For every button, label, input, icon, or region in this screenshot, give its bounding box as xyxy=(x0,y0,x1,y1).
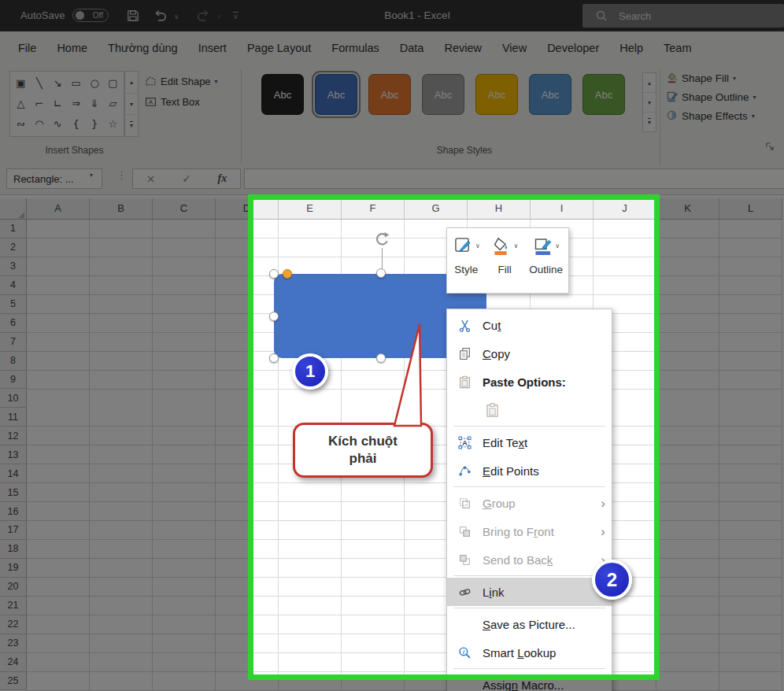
gallery-more-icon[interactable]: ▾ xyxy=(643,113,656,131)
formula-input[interactable] xyxy=(244,168,784,189)
menu-item-cut[interactable]: Cut xyxy=(447,311,612,339)
shape-glyph[interactable]: ⇓ xyxy=(87,97,103,111)
gallery-more-icon[interactable]: ▾ xyxy=(125,115,138,136)
rotate-handle-icon[interactable] xyxy=(373,231,391,249)
row-header-13[interactable]: 13 xyxy=(0,445,27,464)
row-header-23[interactable]: 23 xyxy=(0,634,27,653)
scroll-down-icon[interactable]: ▾ xyxy=(643,93,656,113)
undo-icon[interactable] xyxy=(153,9,168,23)
insert-function-icon[interactable]: fx xyxy=(217,172,227,185)
shape-glyph[interactable]: ⇒ xyxy=(68,97,84,111)
shape-glyph[interactable]: ⌐ xyxy=(31,97,47,111)
shape-style-tile-7[interactable]: Abc xyxy=(582,74,625,115)
search-input[interactable] xyxy=(617,7,775,24)
tab-th-ng-d-ng[interactable]: Thường dùng xyxy=(98,31,188,65)
row-header-7[interactable]: 7 xyxy=(0,333,27,352)
shape-style-tile-4[interactable]: Abc xyxy=(422,74,464,115)
shape-glyph[interactable]: △ xyxy=(13,97,29,111)
fill-button[interactable]: ∨Fill xyxy=(491,235,519,293)
column-header-i[interactable]: I xyxy=(531,198,594,219)
column-header-l[interactable]: L xyxy=(719,198,782,219)
menu-item-edit-text[interactable]: AEdit Text xyxy=(447,428,612,456)
tab-home[interactable]: Home xyxy=(46,31,98,65)
shape-outline-button[interactable]: Shape Outline▾ xyxy=(666,88,756,106)
column-header-g[interactable]: G xyxy=(405,198,468,219)
row-header-22[interactable]: 22 xyxy=(0,615,27,634)
row-header-6[interactable]: 6 xyxy=(0,314,27,333)
shape-glyph[interactable]: ▣ xyxy=(13,76,29,91)
row-header-4[interactable]: 4 xyxy=(0,276,27,295)
column-header-k[interactable]: K xyxy=(656,198,719,219)
search-box[interactable] xyxy=(582,4,784,28)
row-header-2[interactable]: 2 xyxy=(0,238,27,257)
menu-item-copy[interactable]: Copy xyxy=(447,339,612,368)
shape-glyph[interactable]: ↘ xyxy=(50,76,66,91)
menu-item-save-as-picture[interactable]: Save as Picture... xyxy=(447,610,612,638)
menu-item-assign-macro[interactable]: Assign Macro... xyxy=(447,671,612,691)
tab-data[interactable]: Data xyxy=(390,31,435,65)
shape-glyph[interactable]: ∿ xyxy=(50,117,66,131)
insert-shapes-gallery[interactable]: ▣╲↘▭○▢△⌐∟⇒⇓▱∾◠∿{}☆ xyxy=(9,71,124,137)
chevron-down-icon[interactable]: ▾ xyxy=(90,172,93,179)
menu-item-link[interactable]: Link› xyxy=(447,578,612,606)
row-header-11[interactable]: 11 xyxy=(0,408,27,427)
menu-item-paste-options[interactable]: Paste Options: xyxy=(447,368,612,396)
tab-view[interactable]: View xyxy=(492,31,537,65)
column-header-c[interactable]: C xyxy=(153,198,216,219)
row-header-24[interactable]: 24 xyxy=(0,653,27,672)
row-header-17[interactable]: 17 xyxy=(0,521,27,540)
dialog-launcher-icon[interactable] xyxy=(765,140,775,150)
column-header-j[interactable]: J xyxy=(594,198,656,219)
row-header-14[interactable]: 14 xyxy=(0,464,27,483)
gallery-scrollbar[interactable]: ▴ ▾ ▾ xyxy=(642,72,656,132)
resize-handle-top-left[interactable] xyxy=(269,269,279,279)
shape-style-tile-3[interactable]: Abc xyxy=(368,74,411,115)
tab-page-layout[interactable]: Page Layout xyxy=(237,31,321,65)
menu-item-edit-points[interactable]: Edit Points xyxy=(447,456,612,485)
shape-style-tile-5[interactable]: Abc xyxy=(475,74,518,115)
column-header-h[interactable]: H xyxy=(468,198,531,219)
shape-glyph[interactable]: ▱ xyxy=(105,97,121,111)
shape-style-tile-1[interactable]: Abc xyxy=(261,74,304,115)
row-header-3[interactable]: 3 xyxy=(0,257,27,276)
column-header-a[interactable]: A xyxy=(27,198,90,219)
shape-glyph[interactable]: { xyxy=(68,117,84,131)
shape-glyph[interactable]: ○ xyxy=(87,76,103,91)
row-header-25[interactable]: 25 xyxy=(0,672,27,691)
column-header-f[interactable]: F xyxy=(342,198,405,219)
shape-glyph[interactable]: ▢ xyxy=(105,76,121,91)
tab-formulas[interactable]: Formulas xyxy=(321,31,389,65)
row-header-15[interactable]: 15 xyxy=(0,483,27,502)
shape-glyph[interactable]: ∾ xyxy=(13,117,29,131)
scroll-up-icon[interactable]: ▴ xyxy=(125,72,138,94)
cancel-icon[interactable]: × xyxy=(146,172,156,185)
text-box-button[interactable]: A Text Box xyxy=(145,93,200,110)
row-header-10[interactable]: 10 xyxy=(0,389,27,408)
row-header-18[interactable]: 18 xyxy=(0,540,27,559)
row-header-9[interactable]: 9 xyxy=(0,371,27,390)
shape-glyph[interactable]: } xyxy=(87,117,103,131)
scroll-up-icon[interactable]: ▴ xyxy=(643,73,656,93)
shape-glyph[interactable]: ╲ xyxy=(31,76,47,91)
tab-team[interactable]: Team xyxy=(653,31,701,65)
row-header-8[interactable]: 8 xyxy=(0,352,27,371)
shape-glyph[interactable]: ∟ xyxy=(50,97,66,111)
formula-bar-grip[interactable]: ⋮ xyxy=(116,169,127,181)
shape-glyph[interactable]: ◠ xyxy=(31,117,47,131)
autosave-toggle[interactable]: Off xyxy=(72,9,109,22)
shape-fill-button[interactable]: Shape Fill▾ xyxy=(666,69,756,87)
adjust-handle[interactable] xyxy=(283,269,292,279)
tab-review[interactable]: Review xyxy=(434,31,492,65)
shape-style-tile-6[interactable]: Abc xyxy=(529,74,571,115)
menu-item-smart-lookup[interactable]: iSmart Lookup xyxy=(447,638,612,667)
paste-option-button[interactable] xyxy=(447,396,612,424)
row-header-19[interactable]: 19 xyxy=(0,559,27,578)
customize-toolbar-icon[interactable]: ∨ xyxy=(233,13,239,20)
gallery-scrollbar[interactable]: ▴ ▾ ▾ xyxy=(124,71,139,137)
resize-handle-top-middle[interactable] xyxy=(376,268,386,278)
edit-shape-button[interactable]: Edit Shape ▾ xyxy=(145,72,218,90)
row-header-21[interactable]: 21 xyxy=(0,597,27,615)
save-icon[interactable] xyxy=(126,9,140,23)
tab-help[interactable]: Help xyxy=(609,31,653,65)
row-header-16[interactable]: 16 xyxy=(0,502,27,521)
